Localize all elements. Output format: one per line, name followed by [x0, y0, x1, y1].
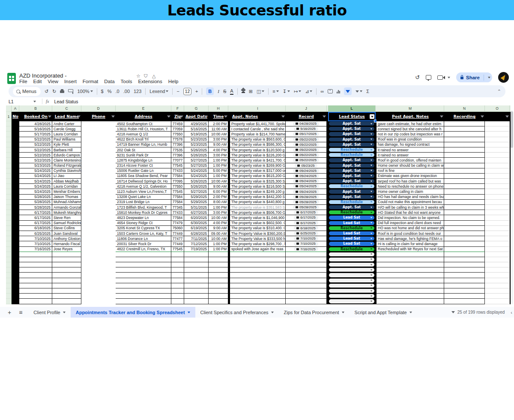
cell-N11[interactable] — [444, 168, 485, 174]
cell-N36[interactable] — [444, 299, 485, 304]
cell-F4[interactable]: 77550 — [171, 132, 184, 137]
cell-H24[interactable]: 10:00 AM — [209, 236, 228, 241]
cell-M35[interactable] — [377, 294, 444, 299]
undo-button[interactable]: ↺ — [45, 89, 48, 94]
cell-E15[interactable]: 1123 Auburn View Ln,Fresno,T — [116, 189, 171, 194]
cell-G31[interactable] — [184, 273, 209, 278]
cell-F18[interactable]: 77345 — [171, 205, 184, 210]
cell-I25[interactable]: The property value is $298,700 , h — [230, 241, 286, 246]
column-header-F[interactable]: Zip — [171, 112, 184, 121]
cell-L22[interactable]: Reschedule — [328, 226, 376, 231]
column-letter-B[interactable]: B — [19, 105, 52, 112]
cell-N13[interactable] — [444, 179, 485, 184]
lead-status-dropdown[interactable]: Lead Sat — [329, 231, 374, 235]
font-select[interactable]: Lexend — [149, 89, 168, 94]
cell-F21[interactable]: 77479 — [171, 221, 184, 226]
cell-L25[interactable]: Lead Sat — [328, 241, 376, 246]
cell-J35[interactable] — [286, 294, 327, 299]
filter-dropdown-icon[interactable] — [204, 116, 208, 118]
cell-L20[interactable]: Lead Sat — [328, 215, 376, 220]
cell-G34[interactable] — [184, 288, 209, 294]
cell-N31[interactable] — [444, 273, 485, 278]
lead-status-dropdown[interactable]: Appt. Sat — [329, 164, 374, 168]
cell-N22[interactable] — [444, 226, 485, 231]
cell-F19[interactable]: 77433 — [171, 210, 184, 215]
record-chip[interactable]: 05/28/2025 — [293, 195, 319, 199]
cell-A7[interactable] — [12, 147, 19, 153]
cell-H25[interactable]: 1:00 PM — [209, 241, 228, 246]
cell-N3[interactable] — [444, 126, 485, 132]
cell-A12[interactable] — [12, 174, 19, 179]
cell-I23[interactable]: The Property Value is $360,200.S — [230, 231, 286, 236]
cell-N8[interactable] — [444, 153, 485, 158]
cell-A27[interactable] — [12, 252, 19, 257]
cell-D7[interactable] — [81, 147, 116, 153]
column-header-O[interactable] — [485, 112, 510, 121]
lead-status-dropdown[interactable]: Appt. Sat — [329, 127, 374, 131]
cell-I35[interactable] — [230, 294, 286, 299]
cell-H30[interactable] — [209, 267, 228, 273]
cell-N23[interactable] — [444, 231, 485, 236]
cell-C36[interactable] — [52, 299, 81, 304]
column-letter-N[interactable]: N — [444, 105, 485, 112]
cell-D24[interactable] — [81, 236, 116, 241]
record-chip[interactable]: 05/23/25 — [295, 163, 317, 168]
cell-I10[interactable]: The property value is $269,900 G — [230, 163, 286, 168]
cell-C3[interactable]: Carole Gregg — [52, 126, 81, 132]
cell-L26[interactable]: Reschedule — [328, 247, 376, 252]
record-chip[interactable]: 7/10/2025 — [294, 242, 318, 246]
cell-N7[interactable] — [444, 147, 485, 153]
cell-I15[interactable]: The property value is $249,100 g — [230, 189, 286, 194]
cell-F25[interactable]: 77449 — [171, 241, 184, 246]
record-chip[interactable]: 05/17/2025 — [293, 132, 319, 136]
cell-N26[interactable] — [444, 247, 485, 252]
format-currency-button[interactable]: $ — [101, 89, 104, 94]
sheet-tab-3[interactable]: Client Specifics and Preferances — [195, 307, 279, 318]
cell-G19[interactable]: 6/27/2025 — [184, 210, 209, 215]
cell-N15[interactable] — [444, 189, 485, 194]
cell-M16[interactable]: HO has hail damage and needs claim bu — [377, 195, 444, 200]
cell-B21[interactable]: 6/17/2025 — [19, 221, 52, 226]
column-letter-J[interactable]: J — [286, 105, 327, 112]
cell-D15[interactable] — [81, 189, 116, 194]
cell-B14[interactable]: 5/24/2025 — [19, 184, 52, 189]
cell-O18[interactable] — [485, 205, 510, 210]
filter-dropdown-icon[interactable] — [111, 116, 115, 118]
cell-N34[interactable] — [444, 288, 485, 294]
cell-E4[interactable]: 4218 Avenue Q 1/2 — [116, 132, 171, 137]
cell-O2[interactable] — [485, 121, 510, 126]
meet-button[interactable] — [437, 75, 450, 80]
decrease-decimals-button[interactable]: .0 — [116, 89, 120, 94]
strikethrough-button[interactable]: S — [223, 89, 226, 94]
cell-G7[interactable]: 5/26/2025 — [184, 147, 209, 153]
lead-status-dropdown[interactable] — [329, 299, 374, 303]
create-filter-button[interactable] — [344, 87, 352, 95]
cell-A33[interactable] — [12, 283, 19, 288]
lead-status-dropdown[interactable] — [329, 273, 374, 277]
cell-H36[interactable] — [209, 299, 228, 304]
cell-A35[interactable] — [12, 294, 19, 299]
cell-M13[interactable]: tarped roof ho has claim called but was — [377, 179, 444, 184]
cell-N14[interactable] — [444, 184, 485, 189]
cell-C27[interactable] — [52, 252, 81, 257]
cell-G12[interactable]: 5/24/2025 — [184, 174, 209, 179]
cell-J19[interactable]: 6/17/2025 — [286, 210, 327, 215]
cell-A36[interactable] — [12, 299, 19, 304]
cell-J32[interactable] — [286, 278, 327, 283]
cell-A10[interactable] — [12, 163, 19, 168]
column-letter-H[interactable]: H — [209, 105, 228, 112]
cell-D25[interactable] — [81, 241, 116, 246]
cell-D33[interactable] — [81, 283, 116, 288]
cell-G27[interactable] — [184, 252, 209, 257]
cell-M26[interactable]: Rescheduled with Mr Reyes for next Sat — [377, 247, 444, 252]
cell-C33[interactable] — [52, 283, 81, 288]
cell-H8[interactable]: 3:00 PM — [209, 153, 228, 158]
cell-I12[interactable]: The property value is $615,200 G — [230, 174, 286, 179]
cell-B17[interactable]: 5/28/2025 — [19, 200, 52, 205]
filter-dropdown-icon[interactable] — [505, 116, 509, 118]
cell-M23[interactable]: Roof is in good condition but needs our — [377, 231, 444, 236]
cell-H7[interactable]: 4:00 PM — [209, 147, 228, 153]
record-chip[interactable]: 05/28/2025 — [293, 200, 319, 204]
cell-O22[interactable] — [485, 226, 510, 231]
cell-J29[interactable] — [286, 262, 327, 267]
